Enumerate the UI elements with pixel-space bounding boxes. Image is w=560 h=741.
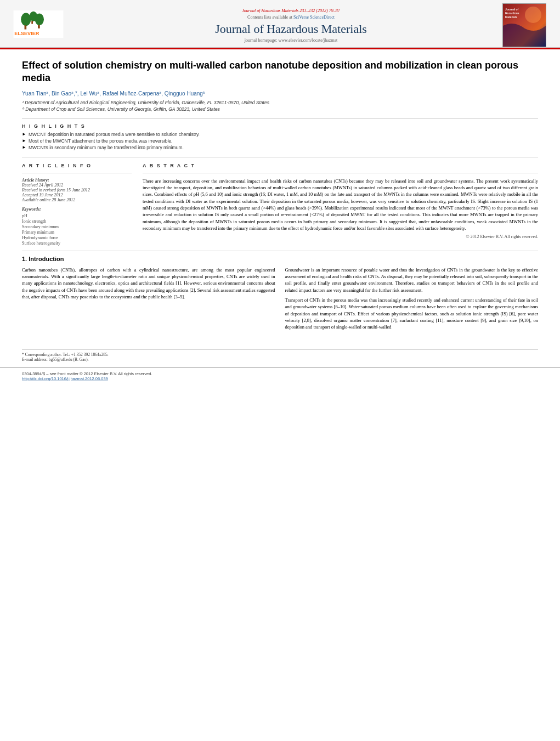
- keywords-section: Keywords: pH Ionic strength Secondary mi…: [22, 207, 132, 246]
- info-divider: [22, 173, 132, 173]
- keyword-2: Ionic strength: [22, 219, 132, 224]
- section-divider-2: [22, 157, 538, 157]
- arrow-icon-2: ►: [22, 138, 26, 143]
- abstract-text: There are increasing concerns over the e…: [143, 178, 538, 232]
- footnote-email: E-mail address: bg55@ufl.edu (B. Gao).: [22, 357, 538, 362]
- svg-point-9: [525, 7, 541, 23]
- highlights-section: H I G H L I G H T S ► MWCNT deposition i…: [22, 123, 538, 150]
- svg-point-1: [21, 13, 31, 26]
- intro-col-left: Carbon nanotubes (CNTs), allotropes of c…: [22, 267, 275, 334]
- page-footer: 0304-3894/$ – see front matter © 2012 El…: [0, 367, 560, 383]
- section-title-intro: 1. Introduction: [22, 256, 538, 262]
- section-divider-1: [22, 118, 538, 119]
- authors-line: Yuan Tianᵃ, Bin Gaoᵃ,*, Lei Wuᵃ, Rafael …: [22, 90, 538, 97]
- journal-title-header: Journal of Hazardous Materials: [215, 22, 367, 36]
- affiliation-b: ᵇ Department of Crop and Soil Sciences, …: [22, 106, 538, 112]
- copyright-line: © 2012 Elsevier B.V. All rights reserved…: [143, 234, 538, 239]
- header-right: Journal of Hazardous Materials: [500, 3, 549, 47]
- keyword-1: pH: [22, 213, 132, 218]
- affiliation-a: ᵃ Department of Agricultural and Biologi…: [22, 100, 538, 105]
- sciverse-line: Contents lists available at SciVerse Sci…: [247, 15, 335, 20]
- svg-text:Materials: Materials: [505, 15, 517, 19]
- keyword-6: Surface heterogeneity: [22, 241, 132, 246]
- section-divider-3: [22, 251, 538, 251]
- journal-cover-thumbnail: Journal of Hazardous Materials: [502, 3, 546, 47]
- abstract-col: A B S T R A C T There are increasing con…: [143, 163, 538, 246]
- article-info-abstract: A R T I C L E I N F O Article history: R…: [22, 163, 538, 246]
- article-history: Article history: Received 24 April 2012 …: [22, 178, 132, 202]
- sciverse-link[interactable]: SciVerse ScienceDirect: [293, 15, 335, 20]
- keyword-3: Secondary minimum: [22, 224, 132, 229]
- svg-rect-5: [31, 21, 33, 24]
- introduction-section: 1. Introduction Carbon nanotubes (CNTs),…: [22, 256, 538, 334]
- header-left: ELSEVIER: [11, 3, 82, 47]
- abstract-title: A B S T R A C T: [143, 163, 538, 168]
- section-number: 1.: [22, 256, 27, 262]
- header-banner: ELSEVIER Journal of Hazardous Materials …: [0, 0, 560, 48]
- svg-point-3: [35, 13, 44, 25]
- affiliations: ᵃ Department of Agricultural and Biologi…: [22, 100, 538, 112]
- highlight-item-2: ► Most of the MWCNT attachment to the po…: [22, 138, 538, 144]
- revised-date: Received in revised form 15 June 2012: [22, 188, 132, 193]
- intro-columns: Carbon nanotubes (CNTs), allotropes of c…: [22, 267, 538, 334]
- highlight-item-3: ► MWCNTs in secondary minimum may be tra…: [22, 145, 538, 150]
- intro-para-2: Groundwater is an important resource of …: [285, 267, 539, 293]
- main-content: Effect of solution chemistry on multi-wa…: [0, 49, 560, 345]
- section-title-text: Introduction: [29, 256, 64, 262]
- keyword-5: Hydrodynamic force: [22, 235, 132, 240]
- journal-meta: Journal of Hazardous Materials 231–232 (…: [242, 8, 340, 13]
- doi-link[interactable]: http://dx.doi.org/10.1016/j.jhazmat.2012…: [22, 376, 108, 381]
- history-label: Article history:: [22, 178, 132, 183]
- intro-col-right: Groundwater is an important resource of …: [285, 267, 539, 334]
- article-info-col: A R T I C L E I N F O Article history: R…: [22, 163, 132, 246]
- svg-text:Hazardous: Hazardous: [505, 12, 519, 15]
- highlights-title: H I G H L I G H T S: [22, 123, 538, 129]
- svg-rect-4: [25, 25, 27, 29]
- abstract-divider: [143, 173, 538, 173]
- svg-text:ELSEVIER: ELSEVIER: [14, 31, 39, 36]
- footnote-area: * Corresponding author. Tel.: +1 352 392…: [0, 349, 560, 362]
- available-date: Available online 28 June 2012: [22, 197, 132, 202]
- arrow-icon-1: ►: [22, 132, 26, 137]
- arrow-icon-3: ►: [22, 145, 26, 150]
- footer-issn: 0304-3894/$ – see front matter © 2012 El…: [22, 371, 538, 376]
- keyword-4: Primary minimum: [22, 230, 132, 235]
- homepage-line: journal homepage: www.elsevier.com/locat…: [245, 38, 338, 43]
- article-title: Effect of solution chemistry on multi-wa…: [22, 59, 538, 85]
- elsevier-logo-icon: ELSEVIER: [11, 10, 66, 38]
- received-date: Received 24 April 2012: [22, 183, 132, 188]
- keywords-label: Keywords:: [22, 207, 132, 212]
- highlight-item-1: ► MWCNT deposition in saturated porous m…: [22, 132, 538, 137]
- footnote-star-text: * Corresponding author. Tel.: +1 352 392…: [22, 352, 538, 357]
- header-center: Journal of Hazardous Materials 231–232 (…: [82, 3, 500, 47]
- svg-text:Journal of: Journal of: [505, 8, 519, 11]
- intro-para-3: Transport of CNTs in the porous media wa…: [285, 297, 539, 331]
- article-info-title: A R T I C L E I N F O: [22, 163, 132, 168]
- footnote: * Corresponding author. Tel.: +1 352 392…: [22, 349, 538, 362]
- accepted-date: Accepted 19 June 2012: [22, 193, 132, 197]
- footer-doi: http://dx.doi.org/10.1016/j.jhazmat.2012…: [22, 376, 538, 381]
- page: ELSEVIER Journal of Hazardous Materials …: [0, 0, 560, 741]
- intro-para-1: Carbon nanotubes (CNTs), allotropes of c…: [22, 267, 275, 301]
- svg-rect-6: [38, 25, 40, 28]
